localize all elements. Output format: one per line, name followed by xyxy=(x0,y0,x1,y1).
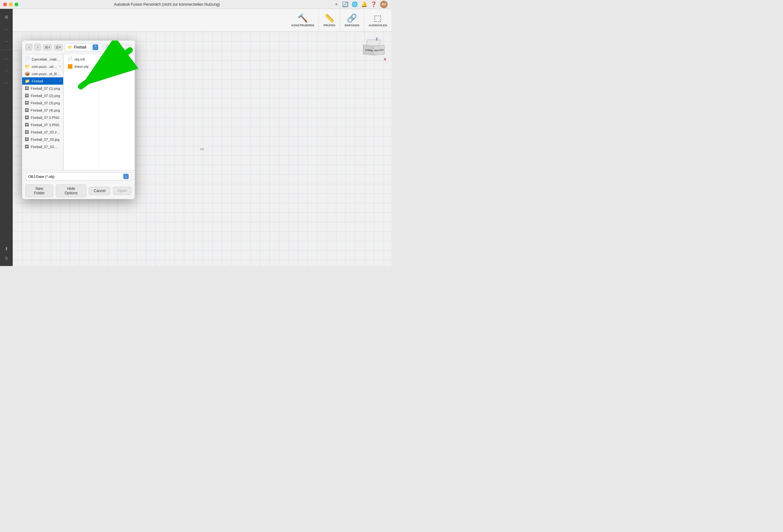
sidebar-item-fireball-03-2jpg[interactable]: 🖼 Fireball_07_03 2.jpg xyxy=(22,128,63,136)
close-traffic-light[interactable] xyxy=(3,3,7,6)
center-icon: ∞ xyxy=(200,146,204,152)
sidebar-item-fireball-2png[interactable]: 🖼 Fireball_07 2.PNG xyxy=(22,114,63,121)
sidebar-icon-6[interactable]: ··· xyxy=(2,78,11,87)
cube-right-face: RECHTS xyxy=(373,45,384,55)
user-avatar[interactable]: AU xyxy=(380,1,388,8)
cancel-button[interactable]: Cancel xyxy=(89,187,110,195)
file-open-dialog: ‹ › ⊞▾ ⊟▾ 📁 xyxy=(22,40,135,199)
right-panel-2 xyxy=(99,54,135,170)
button-row: New Folder Hide Options Cancel Open xyxy=(22,183,135,199)
auswaehlen-button[interactable]: ⬚ AUSWÄHLEN xyxy=(367,12,389,28)
sidebar-separator xyxy=(1,50,11,50)
dialog-body: 📄 Cancellati...mation.pdf 📁 coin-puzz...… xyxy=(22,54,135,170)
sidebar-item-fireball-03-PNG[interactable]: 🖼 Fireball_07_03.PNG xyxy=(22,143,63,150)
dialog-toolbar: ‹ › ⊞▾ ⊟▾ 📁 xyxy=(22,40,135,54)
sidebar-item-fireball-3png[interactable]: 🖼 Fireball_07 3.PNG xyxy=(22,121,63,128)
format-select[interactable]: OBJ-Datei (*.obj) ⌄ xyxy=(25,172,131,181)
hide-options-button[interactable]: Hide Options xyxy=(56,185,86,197)
help-icon[interactable]: ❓ xyxy=(371,1,377,7)
x-axis-label: X xyxy=(384,57,386,61)
title-bar: Autodesk Fusion Persönlich (nicht zur ko… xyxy=(0,0,392,9)
konstruieren-button[interactable]: 🔨 KONSTRUIEREN xyxy=(289,12,316,28)
sidebar-icon-1[interactable]: ⊞ xyxy=(2,12,11,22)
png-icon-1: 🖼 xyxy=(25,86,29,91)
globe-icon[interactable]: 🌐 xyxy=(351,1,358,7)
mtl-file-icon: 📄 xyxy=(67,57,72,62)
PNG-icon-2: 🖼 xyxy=(25,122,29,127)
sidebar-icon-4[interactable]: ··· xyxy=(2,54,11,63)
file-item-tinker-obj[interactable]: 🟧 tinker.obj xyxy=(64,63,99,70)
PNG-icon-1: 🖼 xyxy=(25,115,29,120)
folder-arrow-icon: › xyxy=(60,65,61,68)
format-row: OBJ-Datei (*.obj) ⌄ xyxy=(22,170,135,183)
sidebar-item-coin-puzz-folder[interactable]: 📁 coin-puzz...odel_files › xyxy=(22,63,63,70)
folder-icon: 📁 xyxy=(67,45,72,50)
dialog-sidebar: 📄 Cancellati...mation.pdf 📁 coin-puzz...… xyxy=(22,54,63,170)
bell-icon[interactable]: 🔔 xyxy=(361,1,367,7)
png-icon-3: 🖼 xyxy=(25,100,29,105)
sidebar-item-fireball-3[interactable]: 🖼 Fireball_07 (3).png xyxy=(22,99,63,106)
sidebar-icon-5[interactable]: ··· xyxy=(2,66,11,75)
zip-icon: 📦 xyxy=(25,71,30,76)
konstruieren-section: 🔨 KONSTRUIEREN xyxy=(287,9,319,31)
minimize-traffic-light[interactable] xyxy=(9,3,13,6)
sync-icon[interactable]: 🔄 xyxy=(342,1,348,7)
PNG-icon-3: 🖼 xyxy=(25,144,29,149)
folder-selected-icon: 📁 xyxy=(25,79,30,83)
search-icon: 🔍 xyxy=(106,45,110,50)
dialog-icon-view-button[interactable]: ⊟▾ xyxy=(54,44,63,51)
app-title: Autodesk Fusion Persönlich (nicht zur ko… xyxy=(0,2,334,7)
dialog-back-button[interactable]: ‹ xyxy=(25,44,32,51)
sidebar-icon-3[interactable]: ··· xyxy=(2,36,11,46)
sidebar-icon-bottom2[interactable]: S xyxy=(2,253,11,263)
jpg-icon-2: 🖼 xyxy=(25,137,29,142)
sidebar-item-coin-puzz-zip[interactable]: 📦 coin-puzz...el_files.zip xyxy=(22,70,63,77)
jpg-icon-1: 🖼 xyxy=(25,130,29,134)
einfuegen-section: 🔗 EINFÜGEN xyxy=(340,9,364,31)
png-icon-4: 🖼 xyxy=(25,108,29,113)
z-axis-label: Z xyxy=(376,37,378,41)
traffic-lights xyxy=(3,3,19,6)
pruefen-section: 📏 PRÜFEN xyxy=(319,9,340,31)
sidebar-item-cancellati[interactable]: 📄 Cancellati...mation.pdf xyxy=(22,56,63,63)
einfuegen-button[interactable]: 🔗 EINFÜGEN xyxy=(343,12,362,28)
obj-file-icon: 🟧 xyxy=(67,64,72,69)
left-sidebar: ⊞ ··· ··· ··· ··· ··· ⬆ S xyxy=(0,9,13,266)
maximize-traffic-light[interactable] xyxy=(14,3,19,6)
sidebar-item-fireball-03-jpg[interactable]: 🖼 Fireball_07_03.jpg xyxy=(22,136,63,143)
add-icon[interactable]: ＋ xyxy=(334,1,339,8)
sidebar-icon-bottom[interactable]: ⬆ xyxy=(2,244,11,253)
open-button[interactable]: Open xyxy=(113,187,131,195)
axis-cube: OBEN VORNE RECHTS X Z xyxy=(362,36,387,62)
pdf-icon: 📄 xyxy=(25,57,30,62)
sidebar-icon-2[interactable]: ··· xyxy=(2,24,11,34)
auswaehlen-section: ⬚ AUSWÄHLEN xyxy=(364,9,392,31)
fireball-arrow-icon: › xyxy=(60,79,61,83)
file-item-obj-mtl[interactable]: 📄 obj.mtl xyxy=(64,56,99,63)
folder-blue-icon: 📁 xyxy=(25,64,30,69)
dialog-footer: OBJ-Datei (*.obj) ⌄ New Folder Hide Opti… xyxy=(22,170,135,199)
new-folder-button[interactable]: New Folder xyxy=(25,185,53,197)
dialog-forward-button[interactable]: › xyxy=(34,44,41,51)
dialog-search-bar[interactable]: 🔍 Search xyxy=(103,44,131,51)
right-file-area: 📄 obj.mtl 🟧 tinker.obj xyxy=(64,54,135,170)
location-chevron[interactable]: ⌃ xyxy=(93,44,98,50)
sidebar-item-fireball-4[interactable]: 🖼 Fireball_07 (4).png xyxy=(22,106,63,114)
right-panel-1: 📄 obj.mtl 🟧 tinker.obj xyxy=(64,54,99,170)
png-icon-2: 🖼 xyxy=(25,93,29,98)
dialog-column-view-button[interactable]: ⊞▾ xyxy=(43,44,52,51)
format-chevron-icon: ⌄ xyxy=(123,174,129,179)
sidebar-item-fireball[interactable]: 📁 Fireball › xyxy=(22,77,63,85)
sidebar-item-fireball-2[interactable]: 🖼 Fireball_07 (2).png xyxy=(22,92,63,99)
pruefen-button[interactable]: 📏 PRÜFEN xyxy=(321,12,337,28)
main-toolbar: 🔨 KONSTRUIEREN 📏 PRÜFEN 🔗 EINFÜGEN xyxy=(13,9,392,32)
header-right-icons: ＋ 🔄 🌐 🔔 ❓ AU xyxy=(334,1,392,8)
sidebar-item-fireball-1[interactable]: 🖼 Fireball_07 (1).png xyxy=(22,85,63,92)
dialog-location-bar[interactable]: 📁 Fireball ⌃ xyxy=(65,43,101,51)
3d-canvas[interactable]: OBEN VORNE RECHTS X Z ∞ xyxy=(13,32,392,266)
